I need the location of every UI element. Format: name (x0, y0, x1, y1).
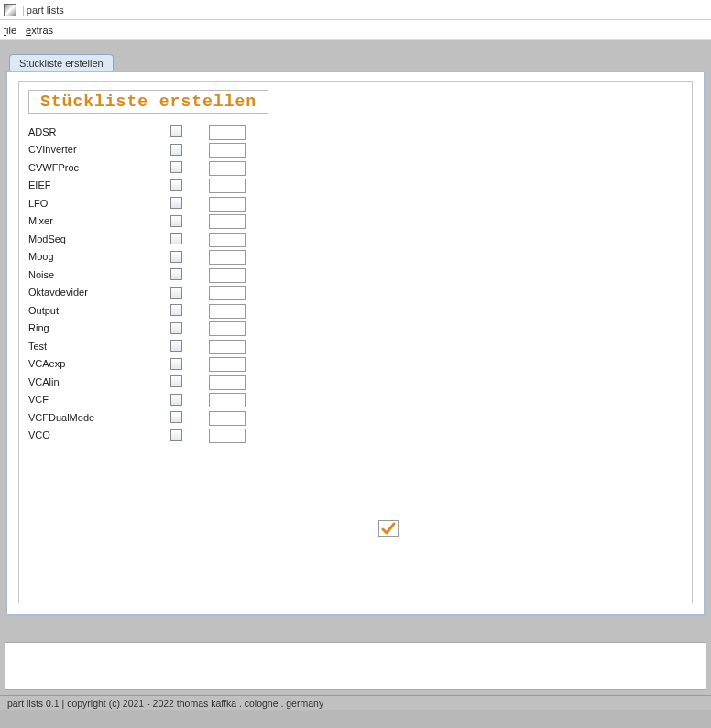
part-checkbox[interactable] (170, 304, 182, 316)
part-label: ADSR (28, 126, 161, 137)
part-qty-input[interactable] (209, 197, 246, 212)
menu-file[interactable]: file (4, 25, 16, 36)
part-checkbox[interactable] (170, 429, 182, 441)
part-row: LFO (28, 194, 683, 212)
part-checkbox[interactable] (170, 287, 182, 299)
part-qty-input[interactable] (209, 357, 246, 372)
part-qty-input[interactable] (209, 340, 246, 354)
part-row: Noise (28, 266, 683, 283)
part-qty-cell (209, 284, 246, 300)
part-label: VCAexp (28, 358, 161, 369)
part-qty-cell (209, 355, 246, 372)
part-qty-cell (209, 427, 246, 443)
part-checkbox-cell (161, 215, 191, 227)
part-row: Mixer (28, 212, 683, 230)
part-checkbox-cell (161, 287, 191, 299)
part-qty-cell (209, 374, 246, 390)
part-checkbox-cell (161, 429, 191, 441)
part-qty-input[interactable] (209, 179, 246, 193)
part-qty-cell (209, 141, 246, 158)
part-label: ModSeq (28, 234, 161, 244)
status-text: part lists 0.1 | copyright (c) 2021 - 20… (7, 698, 323, 709)
content-box: Stückliste erstellen ADSRCVInverterCVWFP… (18, 81, 693, 603)
part-row: EIEF (28, 177, 683, 194)
part-qty-cell (209, 212, 246, 229)
part-checkbox-cell (161, 144, 191, 156)
part-label: Moog (28, 251, 161, 262)
part-checkbox[interactable] (170, 144, 182, 156)
part-row: VCAlin (28, 373, 683, 390)
part-label: Oktavdevider (28, 287, 161, 298)
part-qty-cell (209, 195, 246, 212)
part-checkbox-cell (161, 394, 191, 406)
part-checkbox-cell (161, 375, 191, 387)
part-qty-input[interactable] (209, 125, 246, 140)
part-row: VCO (28, 427, 683, 444)
part-qty-input[interactable] (209, 233, 246, 247)
part-checkbox-cell (161, 179, 191, 191)
part-qty-input[interactable] (209, 161, 246, 176)
part-row: Moog (28, 248, 683, 266)
part-checkbox-cell (161, 322, 191, 334)
part-row: ModSeq (28, 230, 683, 247)
menu-bar: file extras (0, 20, 711, 40)
part-row: ADSR (28, 123, 683, 140)
part-checkbox-cell (161, 161, 191, 173)
part-checkbox-cell (161, 268, 191, 280)
part-checkbox[interactable] (170, 215, 182, 227)
part-checkbox-cell (161, 251, 191, 263)
menu-extras[interactable]: extras (26, 25, 53, 36)
window-titlebar: | part lists (0, 0, 711, 20)
part-checkbox-cell (161, 358, 191, 370)
part-row: Oktavdevider (28, 284, 683, 301)
part-qty-cell (209, 409, 246, 426)
part-rows: ADSRCVInverterCVWFProcEIEFLFOMixerModSeq… (28, 123, 683, 444)
part-qty-cell (209, 266, 246, 283)
part-qty-input[interactable] (209, 268, 246, 283)
part-qty-input[interactable] (209, 411, 246, 426)
tab-stueckliste-erstellen[interactable]: Stückliste erstellen (9, 54, 114, 71)
part-checkbox[interactable] (170, 179, 182, 191)
part-qty-cell (209, 391, 246, 407)
part-row: VCF (28, 391, 683, 408)
part-checkbox[interactable] (170, 411, 182, 423)
part-qty-input[interactable] (209, 321, 246, 336)
part-checkbox[interactable] (170, 358, 182, 370)
part-checkbox-cell (161, 304, 191, 316)
part-qty-input[interactable] (209, 143, 246, 158)
part-label: Output (28, 305, 161, 316)
status-bar: part lists 0.1 | copyright (c) 2021 - 20… (0, 695, 711, 710)
part-qty-input[interactable] (209, 214, 246, 229)
part-row: CVInverter (28, 141, 683, 158)
part-label: VCO (28, 429, 161, 440)
part-checkbox[interactable] (170, 268, 182, 280)
part-qty-input[interactable] (209, 286, 246, 300)
part-label: VCF (28, 394, 161, 405)
part-qty-input[interactable] (209, 429, 246, 443)
part-label: Ring (28, 322, 161, 333)
part-label: Mixer (28, 215, 161, 226)
tab-label: Stückliste erstellen (19, 58, 104, 69)
part-qty-cell (209, 124, 246, 140)
part-checkbox[interactable] (170, 340, 182, 352)
part-qty-cell (209, 159, 246, 176)
part-checkbox[interactable] (170, 394, 182, 406)
part-qty-cell (209, 320, 246, 336)
part-qty-input[interactable] (209, 375, 246, 390)
part-qty-cell (209, 177, 246, 193)
page-heading: Stückliste erstellen (40, 92, 257, 111)
part-checkbox[interactable] (170, 161, 182, 173)
part-checkbox[interactable] (170, 375, 182, 387)
part-checkbox[interactable] (170, 251, 182, 263)
part-label: VCAlin (28, 376, 161, 387)
part-checkbox[interactable] (170, 233, 182, 244)
part-checkbox[interactable] (170, 197, 182, 209)
part-checkbox[interactable] (170, 125, 182, 137)
part-qty-input[interactable] (209, 304, 246, 319)
app-icon (4, 4, 16, 16)
part-qty-input[interactable] (209, 393, 246, 407)
confirm-button[interactable] (378, 520, 399, 537)
part-qty-input[interactable] (209, 250, 246, 265)
part-checkbox[interactable] (170, 322, 182, 334)
window-title: part lists (27, 5, 64, 16)
